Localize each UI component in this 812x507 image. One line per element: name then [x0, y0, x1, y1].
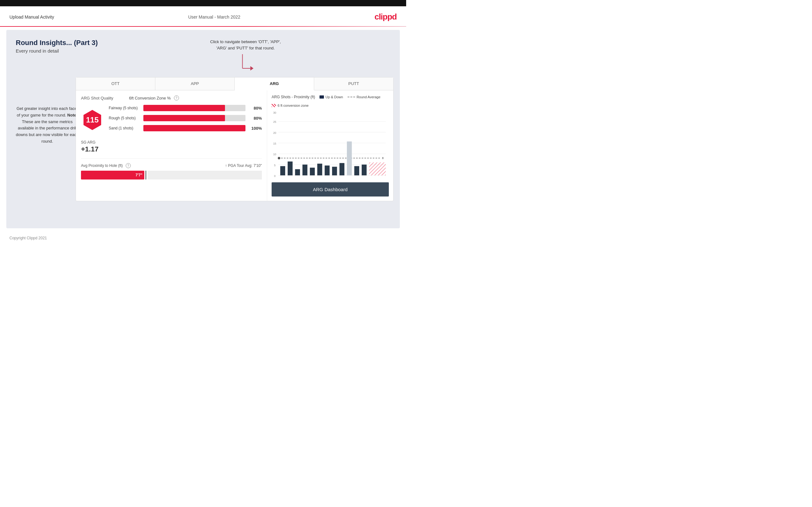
left-panel: ARG Shot Quality 6ft Conversion Zone % ?…: [76, 91, 267, 201]
svg-rect-27: [332, 167, 337, 175]
shot-row-sand: Sand (1 shots) 100%: [109, 125, 262, 131]
hex-value: 115: [86, 116, 99, 124]
svg-rect-28: [339, 163, 344, 175]
sg-value: +1.17: [81, 145, 262, 153]
legend-hatched-box: [271, 104, 276, 107]
fairway-bar-container: [143, 105, 246, 111]
svg-text:5: 5: [274, 164, 276, 167]
legend-updown-box: [319, 96, 324, 99]
shot-quality-label: ARG Shot Quality: [81, 96, 113, 101]
rough-bar: [143, 115, 225, 121]
shot-quality-header: ARG Shot Quality 6ft Conversion Zone % ?: [81, 96, 262, 101]
fairway-pct: 80%: [249, 106, 262, 111]
legend-round-avg: Round Average: [348, 95, 380, 99]
legend-updown: Up & Down: [319, 95, 343, 99]
svg-rect-24: [310, 168, 315, 175]
right-panel: ARG Shots - Proximity (ft) Up & Down Rou…: [267, 91, 393, 201]
shot-bars: Fairway (5 shots) 80% Rough (5 shots): [109, 105, 262, 135]
shot-row-fairway: Fairway (5 shots) 80%: [109, 105, 262, 111]
svg-text:25: 25: [273, 120, 276, 123]
svg-marker-2: [250, 66, 253, 70]
svg-text:30: 30: [273, 111, 276, 114]
svg-text:8: 8: [382, 157, 384, 160]
insight-card: OTT APP ARG PUTT ARG Shot Quality 6ft Co…: [75, 77, 394, 201]
sand-bar-container: [143, 125, 246, 131]
nav-annotation: Click to navigate between 'OTT', 'APP','…: [210, 39, 281, 76]
tab-arg[interactable]: ARG: [235, 77, 314, 91]
proximity-section: Avg Proximity to Hole (ft) ? ↑ PGA Tour …: [81, 158, 262, 179]
hex-badge: 115 Fairway (5 shots) 80%: [81, 105, 262, 135]
proximity-value: 7'7": [136, 173, 142, 177]
sand-label: Sand (1 shots): [109, 126, 140, 130]
pga-avg: ↑ PGA Tour Avg: 7'10": [225, 163, 262, 168]
upload-label[interactable]: Upload Manual Activity: [9, 14, 54, 19]
card-body: ARG Shot Quality 6ft Conversion Zone % ?…: [76, 91, 393, 201]
fairway-bar: [143, 105, 225, 111]
chart-title: ARG Shots - Proximity (ft): [271, 95, 315, 99]
footer: Copyright Clippd 2021: [0, 231, 406, 245]
top-bar: [0, 0, 406, 6]
logo: clippd: [374, 12, 397, 22]
rough-pct: 80%: [249, 116, 262, 121]
tab-bar: OTT APP ARG PUTT: [76, 77, 393, 91]
sg-section: SG ARG +1.17: [81, 140, 262, 153]
svg-rect-33: [369, 163, 386, 175]
help-icon[interactable]: ?: [174, 96, 179, 101]
legend-dashed-line: [348, 97, 355, 97]
svg-rect-25: [317, 164, 322, 175]
legend-6ft: 6 ft conversion zone: [271, 104, 308, 107]
nav-arrow: [236, 54, 255, 76]
svg-point-19: [278, 157, 281, 159]
proximity-help-icon[interactable]: ?: [126, 163, 131, 168]
conversion-label: 6ft Conversion Zone %: [129, 96, 171, 101]
svg-text:15: 15: [273, 142, 276, 145]
svg-text:10: 10: [273, 153, 276, 156]
sand-bar: [143, 125, 246, 131]
chart-area: 0 5 10 15 20 25 30: [271, 110, 389, 179]
tab-ott[interactable]: OTT: [76, 77, 155, 90]
svg-text:20: 20: [273, 131, 276, 134]
copyright: Copyright Clippd 2021: [9, 236, 47, 240]
tab-putt[interactable]: PUTT: [314, 77, 393, 90]
proximity-cursor: [146, 171, 146, 179]
insight-text: Get greater insight into each facet of y…: [16, 106, 79, 145]
header: Upload Manual Activity User Manual - Mar…: [0, 6, 406, 26]
proximity-chart: 0 5 10 15 20 25 30: [271, 110, 389, 179]
tab-app[interactable]: APP: [155, 77, 235, 90]
page-subtitle: Every round in detail: [16, 48, 391, 54]
svg-rect-22: [295, 169, 300, 175]
arg-dashboard-button[interactable]: ARG Dashboard: [271, 182, 389, 196]
manual-date: User Manual - March 2022: [188, 14, 241, 19]
header-divider: [0, 26, 406, 27]
proximity-track: [147, 171, 262, 179]
hexagon: 115: [81, 109, 104, 131]
right-header: ARG Shots - Proximity (ft) Up & Down Rou…: [271, 95, 389, 107]
page-title: Round Insights... (Part 3): [16, 39, 391, 47]
main-content: Round Insights... (Part 3) Every round i…: [6, 30, 400, 228]
proximity-label: Avg Proximity to Hole (ft) ?: [81, 163, 131, 168]
proximity-bar-container: 7'7": [81, 171, 262, 179]
svg-rect-20: [280, 166, 285, 175]
svg-text:0: 0: [274, 174, 276, 178]
fairway-label: Fairway (5 shots): [109, 106, 140, 110]
rough-label: Rough (5 shots): [109, 116, 140, 120]
svg-rect-26: [324, 166, 329, 175]
nav-annotation-text: Click to navigate between 'OTT', 'APP','…: [210, 39, 281, 51]
svg-rect-21: [288, 162, 293, 175]
sand-pct: 100%: [249, 126, 262, 131]
svg-rect-23: [303, 165, 308, 175]
svg-rect-30: [354, 166, 359, 175]
svg-rect-29: [347, 142, 352, 175]
shot-row-rough: Rough (5 shots) 80%: [109, 115, 262, 121]
rough-bar-container: [143, 115, 246, 121]
proximity-header: Avg Proximity to Hole (ft) ? ↑ PGA Tour …: [81, 163, 262, 168]
proximity-bar: 7'7": [81, 171, 144, 179]
sg-label: SG ARG: [81, 140, 262, 145]
svg-rect-31: [362, 165, 367, 175]
